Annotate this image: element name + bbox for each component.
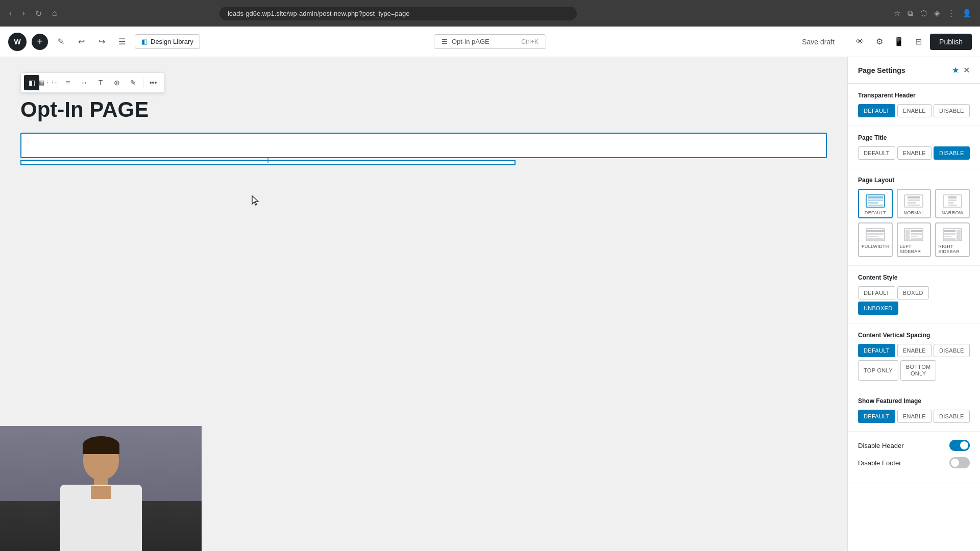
svg-rect-7	[908, 199, 920, 201]
cvs-bottom-only[interactable]: BOTTOMONLY	[900, 360, 937, 381]
content-style-default[interactable]: DEFAULT	[858, 286, 895, 299]
page-title-enable[interactable]: ENABLE	[897, 146, 932, 160]
transparent-header-enable[interactable]: ENABLE	[897, 104, 932, 117]
resize-button[interactable]: ↔	[77, 75, 92, 90]
close-button[interactable]: ✕	[963, 65, 970, 75]
address-bar[interactable]	[219, 7, 577, 20]
text-button[interactable]: T	[93, 75, 108, 90]
home-button[interactable]: ⌂	[49, 7, 60, 20]
layout-default[interactable]: DEFAULT	[858, 189, 893, 218]
toolbar-divider-2	[143, 78, 143, 88]
mouse-cursor	[250, 195, 260, 209]
layout-fullwidth-icon	[865, 228, 886, 242]
svg-rect-14	[948, 205, 957, 206]
edit-button[interactable]: ✎	[126, 75, 141, 90]
align-button[interactable]: ≡	[60, 75, 76, 90]
bookmark-icon[interactable]: ☆	[892, 7, 902, 20]
profile-icon[interactable]: 👤	[960, 7, 974, 20]
search-shortcut: Ctrl+K	[521, 38, 538, 45]
refresh-button[interactable]: ↻	[32, 7, 45, 20]
page-title-disable[interactable]: DISABLE	[934, 146, 970, 160]
layout-narrow[interactable]: NARROW	[935, 189, 970, 218]
svg-rect-17	[867, 233, 884, 235]
content-style-boxed[interactable]: BOXED	[897, 286, 929, 299]
extension3-icon[interactable]: ◈	[932, 7, 942, 20]
svg-rect-31	[944, 238, 955, 240]
add-new-button[interactable]: +	[32, 34, 48, 50]
settings-icon[interactable]: ⚙	[872, 34, 887, 49]
main-layout: ◧ ▦ ⋮⋮ ↕ ≡ ↔ T ⊕ ✎ ••• Opt-In PAGE +	[0, 57, 980, 551]
toolbar-divider	[58, 78, 58, 88]
svg-rect-29	[944, 233, 955, 235]
disable-header-toggle[interactable]	[949, 440, 970, 451]
cvs-top-only[interactable]: TOP ONLY	[858, 360, 898, 381]
search-text: Opt-in pAGE	[452, 38, 489, 45]
layout-fullwidth-label: FULLWIDTH	[862, 244, 889, 249]
undo-button[interactable]: ↩	[74, 34, 89, 49]
layout-left-sidebar[interactable]: LEFT SIDEBAR	[897, 222, 932, 257]
content-style-unboxed[interactable]: UNBOXED	[858, 302, 898, 315]
cvs-disable[interactable]: DISABLE	[934, 344, 970, 357]
edit-icon[interactable]: ✎	[53, 34, 68, 49]
extension-icon[interactable]: ⧉	[905, 7, 915, 20]
layout-default-icon	[865, 194, 886, 208]
block-type-button[interactable]: ◧	[24, 75, 39, 90]
more-options-button[interactable]: •••	[145, 75, 161, 90]
publish-button[interactable]: Publish	[930, 34, 972, 50]
svg-rect-22	[911, 230, 922, 232]
layout-normal-label: NORMAL	[903, 210, 924, 215]
content-vertical-spacing-title: Content Vertical Spacing	[858, 332, 970, 339]
layout-fullwidth[interactable]: FULLWIDTH	[858, 222, 893, 257]
cvs-enable[interactable]: ENABLE	[897, 344, 932, 357]
content-style-section: Content Style DEFAULT BOXED UNBOXED	[848, 266, 980, 323]
sfi-enable[interactable]: ENABLE	[897, 410, 932, 423]
responsive-icon[interactable]: 📱	[891, 34, 906, 49]
page-title-default[interactable]: DEFAULT	[858, 146, 895, 160]
design-library-label: Design Library	[151, 38, 193, 45]
svg-rect-13	[948, 202, 953, 204]
star-button[interactable]: ★	[952, 65, 959, 75]
content-block[interactable]	[20, 133, 827, 158]
extension2-icon[interactable]: ⬡	[918, 7, 929, 20]
wp-logo-text: W	[14, 38, 20, 46]
forward-button[interactable]: ›	[19, 7, 28, 20]
svg-rect-27	[957, 230, 961, 240]
sidebar-icon[interactable]: ⊟	[911, 34, 926, 49]
layout-right-sidebar[interactable]: RIGHT SIDEBAR	[935, 222, 970, 257]
video-placeholder	[0, 426, 202, 551]
sfi-disable[interactable]: DISABLE	[934, 410, 970, 423]
redo-button[interactable]: ↪	[94, 34, 109, 49]
svg-rect-4	[868, 205, 883, 206]
save-draft-button[interactable]: Save draft	[797, 35, 840, 49]
transparent-header-disable[interactable]: DISABLE	[934, 104, 970, 117]
right-sidebar: Page Settings ★ ✕ Transparent Header DEF…	[847, 57, 980, 551]
command-search[interactable]: ☰ Opt-in pAGE Ctrl+K	[434, 34, 546, 49]
design-library-icon: ◧	[141, 38, 148, 45]
transparent-header-default[interactable]: DEFAULT	[858, 104, 895, 117]
page-title-section-title: Page Title	[858, 134, 970, 141]
show-featured-image-options: DEFAULT ENABLE DISABLE	[858, 410, 970, 423]
back-button[interactable]: ‹	[6, 7, 15, 20]
more-icon[interactable]: ⋮	[945, 7, 957, 20]
cvs-default[interactable]: DEFAULT	[858, 344, 895, 357]
svg-rect-23	[911, 233, 922, 235]
details-icon[interactable]: ☰	[114, 34, 130, 49]
content-vertical-spacing-row2: TOP ONLY BOTTOMONLY	[858, 360, 970, 381]
editor-area: ◧ ▦ ⋮⋮ ↕ ≡ ↔ T ⊕ ✎ ••• Opt-In PAGE +	[0, 57, 847, 551]
layout-left-sidebar-icon	[903, 228, 924, 242]
layout-normal[interactable]: NORMAL	[897, 189, 932, 218]
sfi-default[interactable]: DEFAULT	[858, 410, 895, 423]
layout-right-sidebar-label: RIGHT SIDEBAR	[938, 244, 967, 254]
design-library-button[interactable]: ◧ Design Library	[135, 34, 200, 49]
svg-rect-9	[908, 205, 920, 206]
add-button[interactable]: ⊕	[109, 75, 125, 90]
content-vertical-spacing-section: Content Vertical Spacing DEFAULT ENABLE …	[848, 323, 980, 389]
transparent-header-title: Transparent Header	[858, 92, 970, 99]
block-grid-button[interactable]: ▦ ⋮⋮ ↕	[40, 75, 56, 90]
browser-right-icons: ☆ ⧉ ⬡ ◈ ⋮ 👤	[892, 7, 974, 20]
disable-footer-toggle[interactable]	[949, 457, 970, 468]
layout-narrow-label: NARROW	[942, 210, 964, 215]
view-icon[interactable]: 👁	[852, 34, 868, 49]
wp-logo[interactable]: W	[8, 33, 27, 51]
search-icon: ☰	[442, 38, 448, 45]
